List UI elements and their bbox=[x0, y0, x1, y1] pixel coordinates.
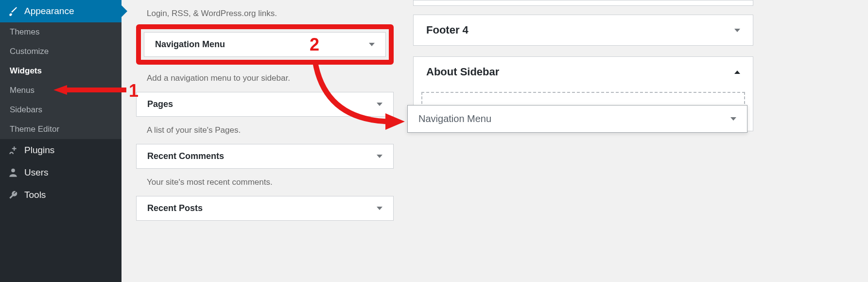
sidebar-item-plugins[interactable]: Plugins bbox=[0, 139, 122, 161]
content-area: Login, RSS, & WordPress.org links. Navig… bbox=[122, 0, 868, 282]
chevron-up-icon bbox=[734, 70, 740, 74]
submenu-theme-editor[interactable]: Theme Editor bbox=[0, 120, 122, 139]
sidebar-item-appearance[interactable]: Appearance bbox=[0, 0, 122, 22]
admin-sidebar: Appearance Themes Customize Widgets Menu… bbox=[0, 0, 122, 282]
chevron-down-icon bbox=[730, 117, 736, 121]
annotation-number-1: 1 bbox=[129, 81, 139, 101]
area-header[interactable]: About Sidebar bbox=[414, 57, 753, 87]
widget-title: Pages bbox=[147, 99, 173, 109]
users-icon bbox=[8, 167, 18, 178]
submenu-sidebars[interactable]: Sidebars bbox=[0, 100, 122, 120]
sidebar-item-users[interactable]: Users bbox=[0, 161, 122, 184]
widget-description: Login, RSS, & WordPress.org links. bbox=[136, 0, 394, 22]
sidebar-item-label: Tools bbox=[24, 190, 46, 200]
svg-marker-3 bbox=[385, 113, 405, 130]
widget-area-top[interactable] bbox=[413, 0, 753, 6]
annotation-arrow-1 bbox=[53, 85, 126, 95]
chevron-down-icon bbox=[377, 155, 382, 158]
svg-point-0 bbox=[11, 169, 15, 173]
sidebar-item-label: Plugins bbox=[24, 145, 54, 156]
widget-title: Recent Comments bbox=[147, 151, 224, 161]
chevron-down-icon bbox=[377, 207, 382, 210]
submenu-widgets[interactable]: Widgets bbox=[0, 61, 122, 81]
annotation-number-2: 2 bbox=[310, 35, 319, 55]
widget-title: Navigation Menu bbox=[155, 39, 225, 50]
widget-description: Your site's most recent comments. bbox=[136, 169, 394, 191]
widget-area-footer-4[interactable]: Footer 4 bbox=[413, 15, 753, 46]
chevron-down-icon bbox=[369, 43, 375, 46]
widget-recent-comments[interactable]: Recent Comments bbox=[136, 144, 394, 169]
plug-icon bbox=[8, 145, 18, 156]
sidebar-item-tools[interactable]: Tools bbox=[0, 184, 122, 206]
dragged-widget-navigation-menu[interactable]: Navigation Menu bbox=[407, 105, 747, 133]
svg-marker-2 bbox=[53, 85, 67, 95]
brush-icon bbox=[8, 6, 18, 17]
widget-title: Navigation Menu bbox=[418, 113, 491, 124]
annotation-arrow-curve bbox=[310, 56, 407, 134]
chevron-down-icon bbox=[734, 29, 740, 32]
widget-title: Recent Posts bbox=[147, 203, 203, 213]
widget-recent-posts[interactable]: Recent Posts bbox=[136, 196, 394, 221]
sidebar-item-label: Appearance bbox=[24, 6, 74, 17]
appearance-submenu: Themes Customize Widgets Menus Sidebars … bbox=[0, 22, 122, 139]
submenu-customize[interactable]: Customize bbox=[0, 42, 122, 61]
area-title: About Sidebar bbox=[426, 66, 499, 78]
area-title: Footer 4 bbox=[426, 24, 469, 36]
wrench-icon bbox=[8, 190, 18, 200]
widget-navigation-menu[interactable]: Navigation Menu 2 bbox=[144, 32, 386, 57]
submenu-themes[interactable]: Themes bbox=[0, 22, 122, 42]
sidebar-item-label: Users bbox=[24, 167, 49, 178]
